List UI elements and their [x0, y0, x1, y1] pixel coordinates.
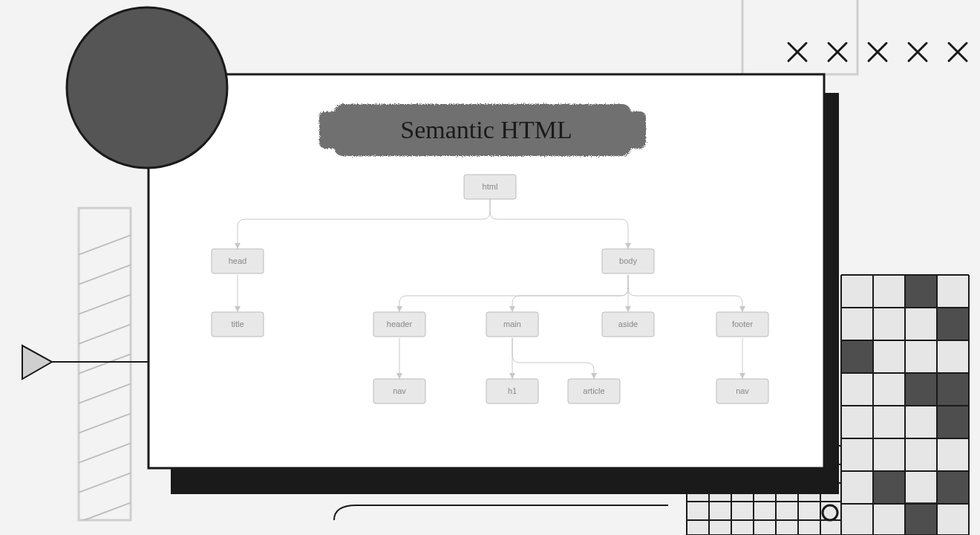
- decor-pixel-grid-mosaic: [841, 275, 969, 535]
- node-main: main: [486, 312, 538, 337]
- decor-square-top: [742, 0, 858, 74]
- node-body-label: body: [619, 256, 637, 265]
- node-aside-label: aside: [618, 320, 638, 328]
- node-article-label: article: [583, 386, 604, 395]
- node-body: body: [602, 249, 654, 273]
- node-aside: aside: [602, 312, 654, 337]
- svg-rect-41: [937, 308, 969, 340]
- node-nav1: nav: [373, 379, 425, 403]
- svg-rect-43: [905, 373, 937, 406]
- decor-cable: [334, 505, 668, 520]
- node-nav2: nav: [716, 379, 768, 403]
- node-main-label: main: [503, 320, 521, 328]
- node-footer-label: footer: [732, 320, 753, 328]
- node-head: head: [212, 249, 264, 273]
- svg-rect-47: [873, 471, 905, 504]
- node-head-label: head: [229, 256, 246, 265]
- svg-rect-44: [937, 373, 969, 406]
- node-html: html: [464, 175, 516, 199]
- svg-rect-42: [841, 340, 873, 373]
- svg-rect-46: [937, 471, 969, 504]
- svg-rect-40: [905, 275, 937, 308]
- svg-marker-23: [22, 346, 52, 379]
- node-h1-label: h1: [508, 386, 517, 395]
- decor-hatched-card: [45, 208, 163, 535]
- node-nav1-label: nav: [393, 386, 406, 395]
- node-article: article: [568, 379, 620, 403]
- node-nav2-label: nav: [736, 386, 749, 395]
- decor-big-circle: [67, 7, 227, 168]
- node-header: header: [373, 312, 425, 337]
- node-html-label: html: [483, 182, 498, 191]
- node-header-label: header: [387, 320, 413, 328]
- node-title: title: [212, 312, 264, 337]
- node-footer: footer: [716, 312, 768, 337]
- slide-title: Semantic HTML: [400, 116, 572, 143]
- svg-rect-48: [905, 502, 937, 535]
- decor-x-row: [788, 43, 967, 61]
- node-title-label: title: [231, 320, 244, 328]
- node-h1: h1: [486, 379, 538, 403]
- svg-rect-45: [937, 406, 969, 438]
